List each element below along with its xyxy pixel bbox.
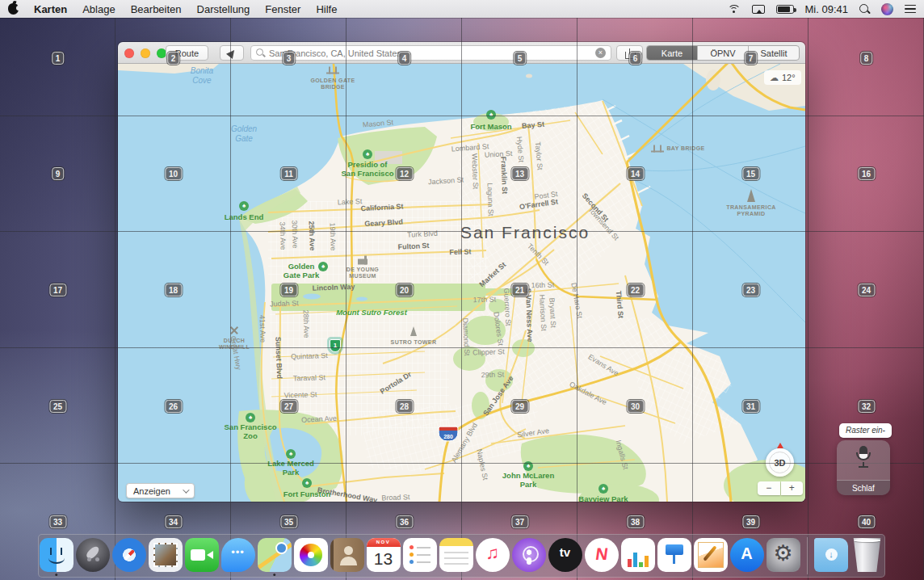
grid-cell-35: 35 (280, 515, 297, 528)
airplay-display-icon[interactable] (752, 5, 765, 14)
battery-icon[interactable] (776, 5, 794, 14)
map-label-bay-st: Bay St (522, 120, 545, 131)
dock-icon-numbers[interactable] (621, 538, 655, 572)
dock-item-reminders (403, 538, 437, 574)
map-label-taylor-st: Taylor St (533, 141, 544, 170)
microphone-icon (855, 446, 872, 472)
dock-icon-trash[interactable] (850, 538, 884, 572)
dock-icon-finder[interactable] (40, 538, 74, 572)
dock-icon-downloads[interactable] (814, 538, 848, 572)
dock-icon-pages[interactable] (694, 538, 728, 572)
3d-compass-button[interactable]: 3D (766, 448, 794, 477)
presidio-icon (363, 149, 372, 159)
fort-funston-icon (302, 478, 312, 488)
map-label-hyde-st: Hyde St (514, 137, 525, 163)
map-label-harrison-st: Harrison St (538, 294, 548, 330)
grid-cell-39: 39 (742, 515, 759, 528)
dock-item-maps (258, 538, 292, 574)
dock-icon-mail[interactable] (149, 538, 183, 572)
grid-cell-16: 16 (858, 167, 875, 180)
spotlight-search-icon[interactable] (859, 4, 870, 15)
dock-icon-messages[interactable] (221, 538, 255, 572)
dock-item-notes (439, 538, 473, 574)
golden-gate-bridge-icon (326, 67, 339, 74)
dock-icon-maps[interactable] (258, 538, 292, 572)
grid-cell-32: 32 (858, 400, 875, 413)
dock-icon-calendar[interactable]: NOV13 (367, 538, 401, 572)
grid-cell-37: 37 (511, 515, 528, 528)
search-field[interactable]: San Francisco, CA, United States × (250, 45, 611, 61)
segment-satellit[interactable]: Satellit (749, 46, 799, 60)
dock-icon-photos[interactable] (294, 538, 328, 572)
dock-icon-launchpad[interactable] (76, 538, 110, 572)
menu-item-karten[interactable]: Karten (34, 3, 67, 15)
route-button[interactable]: Route (166, 45, 208, 61)
dock-icon-podcasts[interactable] (512, 538, 546, 572)
voice-control-tooltip: Raster ein- (839, 423, 892, 438)
dock-icon-reminders[interactable] (403, 538, 437, 572)
minimize-button[interactable] (141, 48, 150, 58)
segment-öpnv[interactable]: ÖPNV (698, 46, 749, 60)
dock-icon-news[interactable] (585, 538, 619, 572)
park-fort-mason: Fort Mason (470, 123, 511, 132)
dock-item-safari (112, 538, 146, 574)
clear-search-icon[interactable]: × (595, 48, 606, 58)
siri-icon[interactable] (881, 3, 893, 15)
bay-bridge-icon (651, 145, 664, 153)
dock-icon-notes[interactable] (439, 538, 473, 572)
menu-item-ablage[interactable]: Ablage (82, 3, 115, 15)
notification-center-icon[interactable] (905, 5, 916, 14)
map-label-19th-ave: 19th Ave (328, 222, 338, 250)
dock-icon-settings[interactable] (766, 538, 800, 572)
close-button[interactable] (124, 48, 134, 58)
zoom-out-button[interactable]: − (758, 481, 780, 495)
park-sf-zoo: San Francisco Zoo (225, 423, 277, 441)
dock-item-settings (766, 538, 800, 574)
map-label-quintara-st: Quintara St (291, 351, 328, 361)
park-lands-end: Lands End (225, 213, 264, 222)
dock-icon-facetime[interactable] (185, 538, 219, 572)
apple-menu-icon[interactable] (8, 3, 19, 15)
grid-cell-8: 8 (860, 52, 873, 65)
menu-item-darstellung[interactable]: Darstellung (197, 3, 250, 15)
show-dropdown[interactable]: Anzeigen (126, 483, 195, 498)
map-label-s-van-ness-ave: S Van Ness Ave (524, 288, 535, 342)
menu-clock[interactable]: Mi. 09:41 (805, 3, 848, 15)
city-label-san-francisco: San Francisco (460, 223, 590, 242)
map-label-san-jose-ave: San Jose Ave (481, 374, 515, 417)
share-button[interactable] (616, 45, 643, 61)
map-label-evans-ave: Evans Ave (586, 352, 620, 377)
menu-item-bearbeiten[interactable]: Bearbeiten (131, 3, 182, 15)
grid-cell-33: 33 (49, 515, 66, 528)
map-canvas[interactable]: Bonita CoveGolden GateGOLDEN GATE BRIDGE… (118, 64, 805, 502)
segment-karte[interactable]: Karte (647, 46, 698, 60)
dock-item-contacts (330, 538, 364, 574)
zoom-in-button[interactable]: + (781, 481, 804, 495)
dock-icon-contacts[interactable] (330, 538, 364, 572)
dock-item-downloads (814, 538, 848, 574)
dock-icon-music[interactable] (476, 538, 510, 572)
map-label-mason-st: Mason St (363, 118, 394, 129)
wifi-icon[interactable] (728, 5, 741, 14)
dock-icon-keynote[interactable] (657, 538, 691, 572)
current-location-button[interactable] (220, 45, 244, 61)
menu-item-hilfe[interactable]: Hilfe (316, 3, 337, 15)
map-label-fulton-st: Fulton St (397, 242, 429, 251)
dutch-windmill-icon (229, 326, 239, 335)
map-label-great-hwy: Great Hwy (229, 335, 243, 371)
map-label-de-haro-st: De Haro St (569, 282, 584, 319)
dock-icon-appstore[interactable] (730, 538, 764, 572)
dock-icon-safari[interactable] (112, 538, 146, 572)
shield-i280: 280 (439, 427, 459, 442)
dock-item-finder (40, 538, 74, 574)
cloud-icon: ☁ (770, 73, 779, 83)
menu-item-fenster[interactable]: Fenster (265, 3, 300, 15)
map-label-lincoln-way: Lincoln Way (312, 283, 355, 292)
map-label-alemany-blvd: Alemany Blvd (450, 422, 479, 464)
grid-cell-24: 24 (858, 284, 875, 296)
chevron-down-icon (183, 486, 189, 493)
map-label-jackson-st: Jackson St (428, 175, 464, 186)
voice-control-state[interactable]: Schlaf (837, 480, 890, 495)
dock-icon-tv[interactable] (548, 538, 582, 572)
dock-item-photos (294, 538, 328, 574)
